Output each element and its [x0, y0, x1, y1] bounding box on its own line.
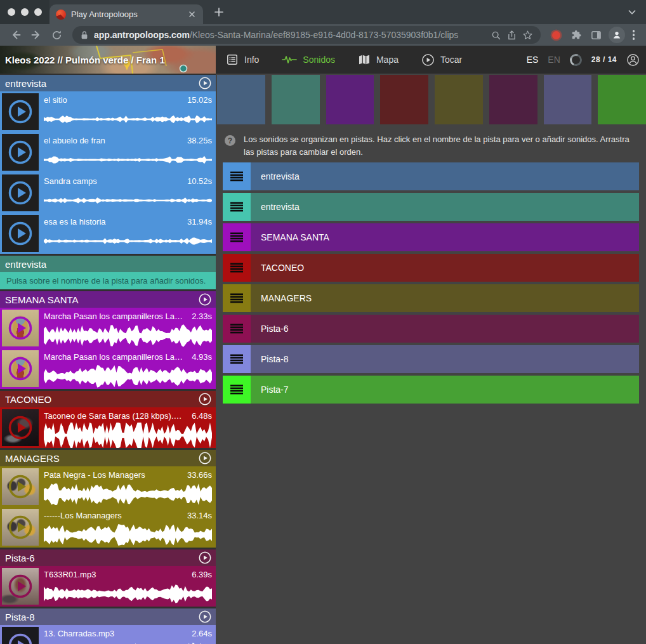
new-tab-button[interactable]	[213, 6, 225, 20]
track-row-name[interactable]: TACONEO	[251, 254, 639, 282]
clip-play-icon[interactable]	[8, 633, 33, 644]
clip-play-icon[interactable]	[8, 356, 33, 381]
track-color-pad[interactable]	[326, 75, 374, 124]
clip-name: 13. Charradas.mp3	[44, 628, 187, 639]
lang-es[interactable]: ES	[527, 55, 539, 65]
clip-item[interactable]: el sitio15.02s	[0, 91, 216, 132]
track-row-name[interactable]: SEMANA SANTA	[251, 223, 639, 251]
track-color-pad[interactable]	[489, 75, 537, 124]
tab-close-icon[interactable]	[187, 10, 197, 19]
track-color-pad[interactable]	[598, 75, 646, 124]
clip-play-icon[interactable]	[8, 315, 33, 341]
clip-item[interactable]: Marcha Pasan los campanilleros Las Mejor…	[0, 348, 216, 389]
clip-info: ------Los Mananagers33.14s	[44, 510, 212, 521]
nav-mapa[interactable]: Mapa	[358, 53, 399, 66]
browser-tab[interactable]: Play Antropoloops	[49, 4, 203, 24]
track-row[interactable]: Pista-6	[223, 315, 639, 343]
tab-search-chevron-icon[interactable]	[627, 7, 637, 20]
track-drag-handle[interactable]	[223, 315, 251, 343]
track-row-name[interactable]: MANAGERS	[251, 284, 639, 312]
track-play-all-icon[interactable]	[198, 292, 212, 306]
track-drag-handle[interactable]	[223, 162, 251, 190]
track-header[interactable]: MANAGERS	[0, 450, 216, 466]
clip-play-icon[interactable]	[8, 180, 33, 206]
clip-play-icon[interactable]	[8, 574, 33, 599]
clip-item[interactable]: ------Los Mananagers33.14s	[0, 507, 216, 548]
clip-item[interactable]: Sandra camps10.52s	[0, 173, 216, 213]
share-icon[interactable]	[506, 30, 517, 41]
back-button[interactable]	[8, 27, 24, 43]
track-drag-handle[interactable]	[223, 254, 251, 282]
window-control-dot[interactable]	[8, 8, 15, 16]
track-row[interactable]: Pista-8	[223, 345, 639, 373]
clip-name: Marcha Pasan los campanilleros Las Mejor…	[44, 352, 187, 362]
track-play-all-icon[interactable]	[198, 392, 212, 406]
track-drag-handle[interactable]	[223, 193, 251, 221]
track-row-name[interactable]: entrevista	[251, 193, 639, 221]
clip-item[interactable]: el abuelo de fran38.25s	[0, 132, 216, 173]
recording-extension-icon[interactable]	[552, 31, 560, 39]
project-banner[interactable]: Kleos 2022 // Pulmón verde / Fran 1	[0, 46, 216, 74]
track-row[interactable]: entrevista	[223, 162, 639, 190]
track-row[interactable]: SEMANA SANTA	[223, 223, 639, 251]
clip-item[interactable]: T633R01.mp36.39s	[0, 566, 216, 607]
clip-item[interactable]: 13. Charradas.mp32.64s	[0, 625, 216, 644]
track-play-all-icon[interactable]	[198, 451, 212, 465]
track-name: entrevista	[5, 259, 212, 270]
account-icon[interactable]	[626, 53, 640, 67]
window-control-dot[interactable]	[34, 8, 42, 16]
clip-play-icon[interactable]	[8, 474, 33, 499]
track-header[interactable]: Pista-6	[0, 549, 216, 566]
clip-body: esa es la historia31.94s	[39, 215, 213, 252]
clip-play-icon[interactable]	[8, 99, 33, 124]
bookmark-star-icon[interactable]	[522, 30, 533, 41]
track-row-name[interactable]: Pista-8	[251, 345, 639, 373]
clip-play-icon[interactable]	[8, 221, 33, 246]
extensions-puzzle-icon[interactable]	[568, 27, 584, 43]
track-row-name[interactable]: Pista-6	[251, 315, 639, 343]
clip-item[interactable]: Pata Negra - Los Managers33.66s	[0, 466, 216, 507]
zoom-icon[interactable]	[491, 30, 501, 41]
track-row[interactable]: Pista-7	[223, 376, 639, 404]
track-play-all-icon[interactable]	[198, 610, 212, 624]
track-drag-handle[interactable]	[223, 376, 251, 404]
reload-button[interactable]	[48, 27, 65, 43]
track-row[interactable]: MANAGERS	[223, 284, 639, 312]
track-header[interactable]: TACONEO	[0, 391, 216, 407]
track-play-all-icon[interactable]	[198, 551, 212, 565]
track-color-pad[interactable]	[435, 75, 483, 124]
clip-item[interactable]: esa es la historia31.94s	[0, 213, 216, 254]
track-color-pad[interactable]	[272, 75, 320, 124]
clip-play-icon[interactable]	[8, 415, 33, 440]
browser-profile-avatar[interactable]	[609, 27, 625, 43]
track-header[interactable]: Pista-8	[0, 608, 216, 625]
nav-tocar[interactable]: Tocar	[421, 53, 462, 67]
track-row[interactable]: entrevista	[223, 193, 639, 221]
window-control-dot[interactable]	[21, 8, 29, 16]
track-color-pad[interactable]	[544, 75, 592, 124]
address-bar[interactable]: app.antropoloops.com/Kleos-Santa-Marina/…	[72, 26, 541, 44]
browser-menu-icon[interactable]	[629, 30, 639, 40]
nav-info[interactable]: Info	[226, 53, 259, 66]
track-drag-handle[interactable]	[223, 284, 251, 312]
track-row-name[interactable]: entrevista	[251, 162, 639, 190]
side-panel-icon[interactable]	[588, 27, 605, 43]
track-drag-handle[interactable]	[223, 223, 251, 251]
clip-play-icon[interactable]	[8, 140, 33, 165]
nav-sonidos[interactable]: Sonidos	[282, 55, 335, 65]
clip-item[interactable]: Taconeo de Sara Baras (128 kbps).mp36.48…	[0, 407, 216, 448]
window-controls[interactable]	[0, 0, 49, 24]
clip-play-icon[interactable]	[8, 515, 33, 540]
track-row[interactable]: TACONEO	[223, 254, 639, 282]
track-row-name[interactable]: Pista-7	[251, 376, 639, 404]
lang-en[interactable]: EN	[548, 55, 560, 65]
track-drag-handle[interactable]	[223, 345, 251, 373]
track-play-all-icon[interactable]	[198, 76, 212, 90]
track-header[interactable]: entrevista	[0, 256, 216, 272]
track-color-pad[interactable]	[217, 75, 265, 124]
forward-button[interactable]	[28, 27, 44, 43]
track-header[interactable]: entrevista	[0, 75, 216, 91]
track-color-pad[interactable]	[380, 75, 428, 124]
clip-item[interactable]: Marcha Pasan los campanilleros Las Mejor…	[0, 308, 216, 348]
track-header[interactable]: SEMANA SANTA	[0, 291, 216, 308]
